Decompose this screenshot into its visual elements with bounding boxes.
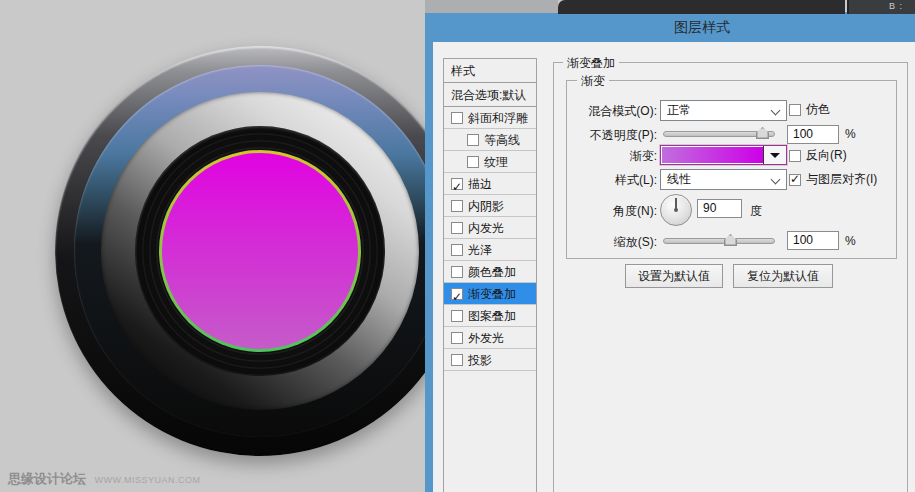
watermark-url: WWW.MISSYUAN.COM [94,475,200,485]
style-item-label: 渐变叠加 [468,283,516,305]
gradient-style-select[interactable]: 线性 [660,169,787,190]
gradient-swatch[interactable] [662,147,763,163]
style-item-label: 斜面和浮雕 [468,107,528,129]
style-item-label: 纹理 [484,151,508,173]
reset-default-button[interactable]: 复位为默认值 [733,264,833,288]
align-with-layer-checkbox[interactable]: 与图层对齐(I) [789,171,877,188]
watermark: 思缘设计论坛 WWW.MISSYUAN.COM [8,469,200,488]
style-item-drop-shadow[interactable]: 投影 [444,349,536,371]
scale-unit: % [845,234,856,248]
checkbox-icon[interactable] [451,288,463,300]
style-item-label: 光泽 [468,239,492,261]
checkbox-icon[interactable] [451,178,463,190]
dialog-body: 样式 混合选项:默认 斜面和浮雕 等高线 纹理 描边 内阴影 内发光 光泽 颜色… [433,42,915,492]
blend-mode-value: 正常 [667,103,691,117]
checkbox-icon[interactable] [467,156,479,168]
dither-checkbox[interactable]: 仿色 [789,101,830,118]
style-item-label: 颜色叠加 [468,261,516,283]
dither-label: 仿色 [806,101,830,118]
checkbox-icon[interactable] [451,332,463,344]
style-item-label: 等高线 [484,129,520,151]
lens-glass [162,153,358,349]
checkbox-icon[interactable] [451,112,463,124]
checkbox-icon[interactable] [451,200,463,212]
gradient-picker[interactable] [660,145,787,165]
style-item-pattern-overlay[interactable]: 图案叠加 [444,305,536,327]
angle-input[interactable]: 90 [697,199,742,218]
blend-mode-label: 混合模式(O): [547,103,657,120]
gradient-style-label: 样式(L): [547,172,657,189]
opacity-unit: % [845,127,856,141]
style-item-label: 内发光 [468,217,504,239]
chevron-down-icon [771,175,781,185]
group-title: 渐变 [577,73,609,90]
styles-list-header: 样式 [444,59,536,83]
style-item-contour[interactable]: 等高线 [444,129,536,151]
gradient-dropdown-arrow-icon[interactable] [763,146,786,164]
watermark-site: 思缘设计论坛 [8,471,86,486]
dialog-title: 图层样式 [674,19,730,37]
scale-input[interactable]: 100 [787,231,839,250]
style-item-label: 内阴影 [468,195,504,217]
checkbox-icon[interactable] [451,354,463,366]
checkbox-icon[interactable] [451,310,463,322]
chrome-right-text: B : [889,1,903,11]
checkbox-icon[interactable] [451,266,463,278]
blending-options-item[interactable]: 混合选项:默认 [444,83,536,107]
opacity-input[interactable]: 100 [787,125,839,144]
scale-slider[interactable] [663,238,775,244]
checkbox-icon[interactable] [789,174,801,186]
style-item-gradient-overlay[interactable]: 渐变叠加 [444,283,536,305]
style-item-stroke[interactable]: 描边 [444,173,536,195]
style-item-label: 投影 [468,349,492,371]
style-item-label: 描边 [468,173,492,195]
checkbox-icon[interactable] [467,134,479,146]
scale-label: 缩放(S): [547,234,657,251]
style-item-outer-glow[interactable]: 外发光 [444,327,536,349]
opacity-slider[interactable] [663,131,775,137]
style-item-inner-shadow[interactable]: 内阴影 [444,195,536,217]
dialog-titlebar[interactable]: 图层样式 [425,12,915,42]
style-item-inner-glow[interactable]: 内发光 [444,217,536,239]
style-item-bevel-emboss[interactable]: 斜面和浮雕 [444,107,536,129]
gradient-style-value: 线性 [667,172,691,186]
chevron-down-icon [771,106,781,116]
reverse-label: 反向(R) [806,147,847,164]
checkbox-icon[interactable] [451,222,463,234]
angle-center-dot-icon [674,208,678,212]
photoshop-top-chrome: B : [425,0,915,13]
checkbox-icon[interactable] [451,244,463,256]
style-item-texture[interactable]: 纹理 [444,151,536,173]
chrome-right-panel: B : [847,0,915,14]
section-title: 渐变叠加 [563,55,619,72]
blend-mode-select[interactable]: 正常 [660,100,787,121]
lens-glass-ring [159,150,361,352]
layer-style-dialog: 图层样式 样式 混合选项:默认 斜面和浮雕 等高线 纹理 描边 内阴影 内发光 … [425,12,915,492]
chrome-gray-segment [425,0,558,13]
style-item-color-overlay[interactable]: 颜色叠加 [444,261,536,283]
angle-label: 角度(N): [547,203,657,220]
align-with-layer-label: 与图层对齐(I) [806,171,877,188]
angle-dial[interactable] [660,194,692,226]
angle-unit: 度 [750,203,762,220]
checkbox-icon[interactable] [789,104,801,116]
chrome-dark-tab [558,0,845,14]
reverse-checkbox[interactable]: 反向(R) [789,147,847,164]
style-item-satin[interactable]: 光泽 [444,239,536,261]
style-item-label: 图案叠加 [468,305,516,327]
opacity-label: 不透明度(P): [547,127,657,144]
gradient-label: 渐变: [547,148,657,165]
style-item-label: 外发光 [468,327,504,349]
checkbox-icon[interactable] [789,150,801,162]
styles-list: 样式 混合选项:默认 斜面和浮雕 等高线 纹理 描边 内阴影 内发光 光泽 颜色… [443,58,537,492]
set-default-button[interactable]: 设置为默认值 [625,264,723,288]
